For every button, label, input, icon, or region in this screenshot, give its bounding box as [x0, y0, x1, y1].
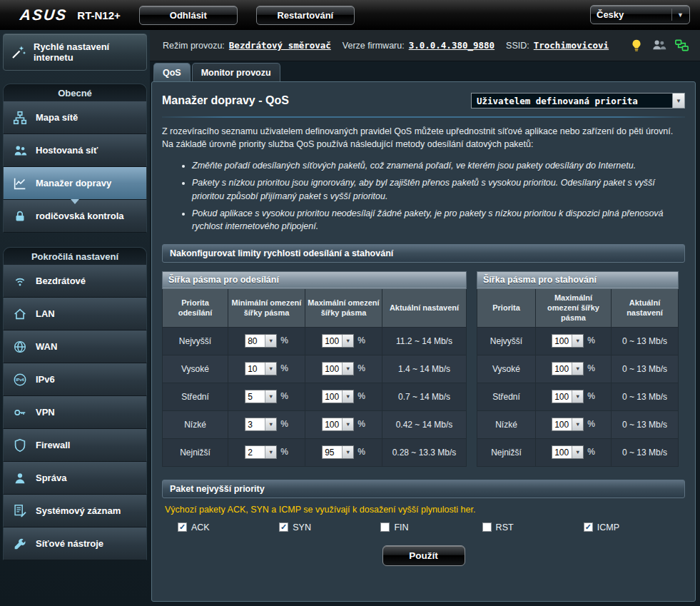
priority-cell: Vysoké [163, 355, 228, 383]
max-limit-select[interactable]: 100▼ [552, 418, 584, 431]
ssid-label: SSID: [506, 41, 529, 51]
column-header: Maximální omezení šířky pásma [305, 288, 382, 327]
wifi-icon [11, 273, 29, 289]
sidebar-item-label: Síťové nástroje [36, 538, 130, 549]
tab-traffic-monitor[interactable]: Monitor provozu [192, 63, 280, 81]
sidebar-item-system-log[interactable]: Systémový záznam [3, 495, 147, 527]
min-limit-select[interactable]: 2▼ [245, 445, 277, 459]
priority-cell: Nízké [477, 410, 536, 438]
chevron-down-icon: ▼ [572, 335, 583, 347]
ssid-link[interactable]: Trochimovicovi [534, 40, 609, 51]
tab-bar: QoS Monitor provozu [150, 61, 700, 81]
max-limit-select[interactable]: 95▼ [322, 445, 354, 459]
sidebar-item-label: Správa [36, 473, 130, 483]
current-setting-cell: 0.42 ~ 14 Mb/s [382, 410, 467, 438]
table-row: Nízké 3▼% 100▼% 0.42 ~ 14 Mb/s [163, 410, 467, 438]
sidebar-item-quick-setup[interactable]: Rychlé nastavení internetu [3, 34, 147, 71]
min-limit-select[interactable]: 5▼ [245, 390, 277, 403]
column-header: Aktuální nastavení [612, 288, 679, 327]
sidebar-item-guest-network[interactable]: Hostovaná síť [3, 134, 147, 167]
max-limit-select[interactable]: 100▼ [322, 418, 354, 431]
led-status-icon[interactable] [629, 38, 644, 54]
qos-bullet-list: Změňte pořadí odesílaných síťových paket… [192, 159, 685, 233]
magic-wand-icon [9, 44, 28, 61]
logout-button[interactable]: Odhlásit [139, 6, 238, 25]
packet-checkbox-box [482, 522, 492, 532]
min-limit-select[interactable]: 3▼ [245, 418, 277, 431]
max-limit-select[interactable]: 100▼ [322, 334, 354, 348]
sidebar-item-label: Hostovaná síť [36, 145, 130, 156]
table-row: Střední 5▼% 100▼% 0.7 ~ 14 Mb/s [163, 383, 467, 410]
sidebar-item-network-tools[interactable]: Síťové nástroje [3, 527, 147, 560]
sidebar-item-traffic-manager[interactable]: Manažer dopravy [3, 167, 147, 200]
firmware-version-link[interactable]: 3.0.0.4.380_9880 [409, 40, 494, 51]
reboot-button[interactable]: Restartování [256, 6, 355, 25]
sidebar-item-wan[interactable]: WAN [3, 330, 147, 363]
sidebar-item-wireless[interactable]: Bezdrátové [3, 265, 147, 298]
min-limit-select[interactable]: 10▼ [245, 362, 277, 375]
sidebar-item-label: Mapa sítě [36, 112, 130, 123]
max-limit-select[interactable]: 100▼ [552, 362, 584, 375]
sidebar-item-lan[interactable]: LAN [3, 298, 147, 330]
max-limit-select[interactable]: 100▼ [552, 390, 584, 403]
top-bar: ASUS RT-N12+ Odhlásit Restartování Česky… [0, 0, 700, 30]
current-setting-cell: 0.7 ~ 14 Mb/s [382, 383, 467, 410]
status-icons [629, 37, 690, 54]
priority-cell: Nejvyšší [163, 327, 228, 355]
column-header: Maximální omezení šířky pásma [536, 288, 612, 327]
person-icon [11, 470, 29, 486]
qos-description: Z rozevíracího seznamu uživatelem defino… [162, 125, 685, 151]
asus-logo: ASUS [19, 6, 69, 24]
sidebar-gap [3, 233, 147, 247]
qos-bullet: Změňte pořadí odesílaných síťových paket… [192, 159, 685, 172]
sidebar-item-label: rodičovská kontrola [36, 211, 130, 221]
title-row: Manažer dopravy - QoS Uživatelem definov… [162, 91, 685, 111]
sidebar-item-label: Manažer dopravy [36, 178, 130, 188]
chevron-down-icon: ▼ [265, 390, 276, 403]
lock-icon [11, 208, 29, 224]
priority-cell: Nejvyšší [477, 327, 536, 355]
operation-mode-link[interactable]: Bezdrátový směrovač [229, 40, 331, 51]
chevron-down-icon: ▼ [265, 363, 276, 375]
clients-icon[interactable] [651, 37, 667, 54]
min-limit-select[interactable]: 80▼ [245, 334, 277, 348]
globe-icon [11, 339, 29, 355]
max-limit-select[interactable]: 100▼ [322, 362, 354, 375]
priority-cell: Nízké [163, 410, 228, 438]
language-select[interactable]: Česky ▼ [590, 5, 690, 24]
packet-checkbox-rst[interactable]: RST [482, 522, 584, 532]
packet-checkbox-box: ✓ [584, 522, 593, 532]
chevron-down-icon: ▼ [572, 418, 583, 430]
priority-mode-select-value: Uživatelem definovaná priorita [472, 96, 672, 106]
packet-checkbox-ack[interactable]: ✓ACK [178, 522, 279, 532]
packet-checkbox-fin[interactable]: FIN [380, 522, 482, 532]
sidebar-item-firewall[interactable]: Firewall [3, 429, 147, 462]
chevron-down-icon: ▼ [342, 390, 353, 403]
packet-checkbox-syn[interactable]: ✓SYN [279, 522, 380, 532]
tab-qos[interactable]: QoS [153, 63, 191, 81]
sidebar-item-label: Firewall [36, 440, 130, 450]
network-map-icon [11, 110, 29, 126]
sidebar-item-network-map[interactable]: Mapa sítě [3, 101, 147, 134]
wired-network-icon[interactable] [674, 37, 690, 54]
table-row: Vysoké 10▼% 100▼% 1.4 ~ 14 Mb/s [163, 355, 467, 383]
chevron-down-icon: ▼ [265, 446, 276, 458]
priority-mode-select[interactable]: Uživatelem definovaná priorita ▼ [471, 93, 685, 108]
firmware-label: Verze firmwaru: [343, 41, 405, 51]
bandwidth-tables: Šířka pásma pro odesílání Priorita odesí… [162, 271, 685, 467]
priority-cell: Vysoké [477, 355, 536, 383]
sidebar-item-vpn[interactable]: VPN [3, 396, 147, 429]
sidebar-item-ipv6[interactable]: IPv6 IPv6 [3, 363, 147, 396]
apply-button[interactable]: Použít [382, 545, 465, 566]
packet-checkbox-icmp[interactable]: ✓ICMP [584, 522, 685, 532]
sidebar-item-label: Bezdrátové [36, 276, 130, 286]
sidebar-item-administration[interactable]: Správa [3, 462, 147, 495]
current-setting-cell: 0 ~ 13 Mb/s [612, 355, 679, 383]
max-limit-select[interactable]: 100▼ [552, 334, 584, 348]
max-limit-select[interactable]: 100▼ [552, 445, 584, 459]
priority-cell: Nejnižší [477, 438, 536, 466]
max-limit-select[interactable]: 100▼ [322, 390, 354, 403]
priority-cell: Nejnižší [163, 438, 228, 466]
sidebar-item-parental-control[interactable]: rodičovská kontrola [3, 200, 147, 233]
packet-checkbox-box [380, 522, 390, 532]
